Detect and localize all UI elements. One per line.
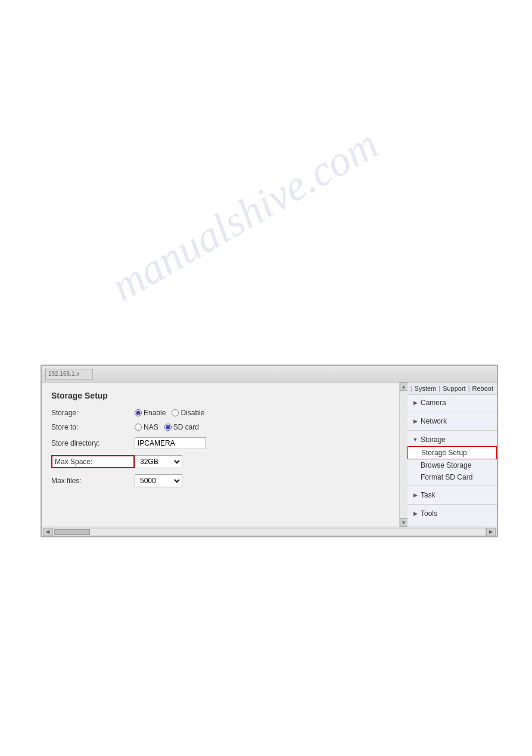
radio-disable-label: Disable <box>181 409 204 417</box>
arrow-network-icon: ▶ <box>412 418 418 424</box>
browser-window: 192.168.1.x Storage Setup Storage: Enabl… <box>41 365 498 537</box>
nav-tools-label: Tools <box>421 509 437 518</box>
nav-panel: Wizard | System | Support | Reboot ▶ Cam… <box>407 382 497 527</box>
nav-section-task: ▶ Task <box>407 487 497 503</box>
nav-section-tools: ▶ Tools <box>407 506 497 521</box>
radio-disable[interactable]: Disable <box>172 409 204 417</box>
main-panel: Storage Setup Storage: Enable Disable <box>42 382 407 502</box>
value-maxfiles: 5000 2000 1000 <box>135 474 182 487</box>
nav-category-task[interactable]: ▶ Task <box>407 489 497 502</box>
form-row-maxspace: Max Space: 32GB 16GB 8GB 4GB <box>51 455 398 468</box>
radio-nas-input[interactable] <box>135 424 142 431</box>
select-maxfiles[interactable]: 5000 2000 1000 <box>135 474 182 487</box>
radio-sdcard[interactable]: SD card <box>164 423 199 431</box>
main-content-wrapper: Storage Setup Storage: Enable Disable <box>42 382 407 527</box>
nav-link-support[interactable]: Support <box>443 385 466 392</box>
bottom-scroll-track <box>52 528 486 536</box>
radio-sdcard-input[interactable] <box>164 424 172 431</box>
divider-3 <box>407 486 497 486</box>
form-row-storage: Storage: Enable Disable <box>51 409 398 417</box>
nav-category-storage[interactable]: ▼ Storage <box>407 433 497 446</box>
bottom-scroll-thumb[interactable] <box>54 529 90 535</box>
divider-2 <box>407 430 497 431</box>
label-directory: Store directory: <box>51 439 135 447</box>
nav-item-storage-setup[interactable]: Storage Setup <box>407 446 497 459</box>
nav-storage-label: Storage <box>421 435 446 444</box>
nav-link-system[interactable]: System <box>415 385 437 392</box>
browser-content: Storage Setup Storage: Enable Disable <box>42 382 497 527</box>
input-directory[interactable] <box>135 437 206 449</box>
scroll-right-arrow[interactable]: ▶ <box>486 528 496 536</box>
scroll-left-arrow[interactable]: ◀ <box>43 528 52 536</box>
radio-enable[interactable]: Enable <box>135 409 166 417</box>
nav-link-wizard[interactable]: Wizard <box>407 385 408 392</box>
divider-1 <box>407 412 497 412</box>
scroll-down-arrow[interactable]: ▼ <box>400 518 408 527</box>
nav-category-camera[interactable]: ▶ Camera <box>407 396 497 409</box>
arrow-tools-icon: ▶ <box>412 511 418 517</box>
nav-link-reboot[interactable]: Reboot <box>472 385 493 392</box>
horizontal-scrollbar[interactable]: ◀ ▶ <box>42 527 497 536</box>
radio-sdcard-label: SD card <box>173 423 199 431</box>
radio-disable-input[interactable] <box>172 409 179 416</box>
form-row-directory: Store directory: <box>51 437 398 449</box>
scroll-track <box>400 391 407 518</box>
form-row-maxfiles: Max files: 5000 2000 1000 <box>51 474 398 487</box>
vertical-scrollbar[interactable]: ▲ ▼ <box>399 382 407 527</box>
arrow-storage-icon: ▼ <box>412 437 418 443</box>
nav-header: Wizard | System | Support | Reboot <box>407 382 497 395</box>
nav-camera-label: Camera <box>421 399 446 407</box>
radio-enable-input[interactable] <box>135 409 142 416</box>
nav-network-label: Network <box>421 417 447 425</box>
radio-enable-label: Enable <box>144 409 166 417</box>
divider-4 <box>407 504 497 505</box>
radio-group-storage: Enable Disable <box>135 409 204 417</box>
watermark: manualshive.com <box>103 119 387 312</box>
value-directory <box>135 437 206 449</box>
value-maxspace: 32GB 16GB 8GB 4GB <box>135 455 182 468</box>
radio-nas-label: NAS <box>144 423 158 431</box>
form-row-store-to: Store to: NAS SD card <box>51 423 398 431</box>
nav-section-network: ▶ Network <box>407 413 497 429</box>
scroll-up-arrow[interactable]: ▲ <box>400 382 408 391</box>
nav-category-network[interactable]: ▶ Network <box>407 415 497 428</box>
select-maxspace[interactable]: 32GB 16GB 8GB 4GB <box>135 455 182 468</box>
nav-category-tools[interactable]: ▶ Tools <box>407 507 497 520</box>
radio-group-store-to: NAS SD card <box>135 423 199 431</box>
nav-section-storage: ▼ Storage Storage Setup Browse Storage F… <box>407 432 497 484</box>
label-store-to: Store to: <box>51 423 135 431</box>
nav-item-browse-storage[interactable]: Browse Storage <box>407 459 497 471</box>
label-maxfiles: Max files: <box>51 477 135 485</box>
label-maxspace: Max Space: <box>51 455 135 468</box>
browser-toolbar: 192.168.1.x <box>42 366 497 382</box>
nav-item-format-sd[interactable]: Format SD Card <box>407 471 497 483</box>
page-title: Storage Setup <box>51 391 398 400</box>
arrow-camera-icon: ▶ <box>412 400 418 406</box>
label-storage: Storage: <box>51 409 135 417</box>
nav-section-camera: ▶ Camera <box>407 395 497 410</box>
nav-task-label: Task <box>421 491 435 499</box>
arrow-task-icon: ▶ <box>412 492 418 498</box>
address-bar[interactable]: 192.168.1.x <box>45 369 93 379</box>
radio-nas[interactable]: NAS <box>135 423 158 431</box>
